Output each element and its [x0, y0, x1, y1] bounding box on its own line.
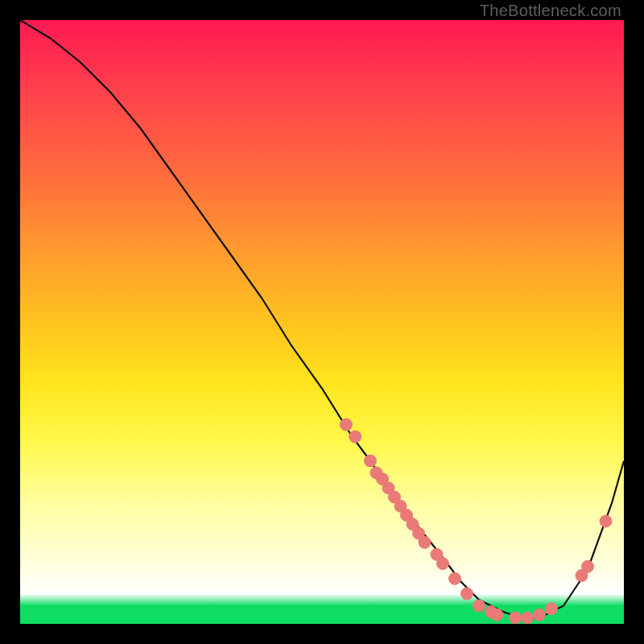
data-point: [461, 588, 473, 600]
data-point: [582, 560, 594, 572]
data-point: [546, 603, 558, 615]
data-point: [365, 455, 377, 467]
chart-svg: [20, 20, 624, 624]
data-point: [522, 612, 534, 624]
data-point: [341, 419, 353, 431]
data-point: [491, 609, 503, 621]
chart-frame: TheBottleneck.com: [0, 0, 644, 644]
data-point: [534, 609, 546, 621]
data-point: [510, 612, 522, 624]
data-point: [437, 558, 449, 570]
watermark-text: TheBottleneck.com: [480, 2, 621, 20]
data-point: [349, 431, 361, 443]
bottleneck-curve: [20, 20, 624, 618]
data-point: [473, 600, 485, 612]
data-point: [600, 515, 612, 527]
data-point: [449, 572, 461, 584]
data-point: [419, 536, 431, 548]
plot-area: [20, 20, 624, 624]
